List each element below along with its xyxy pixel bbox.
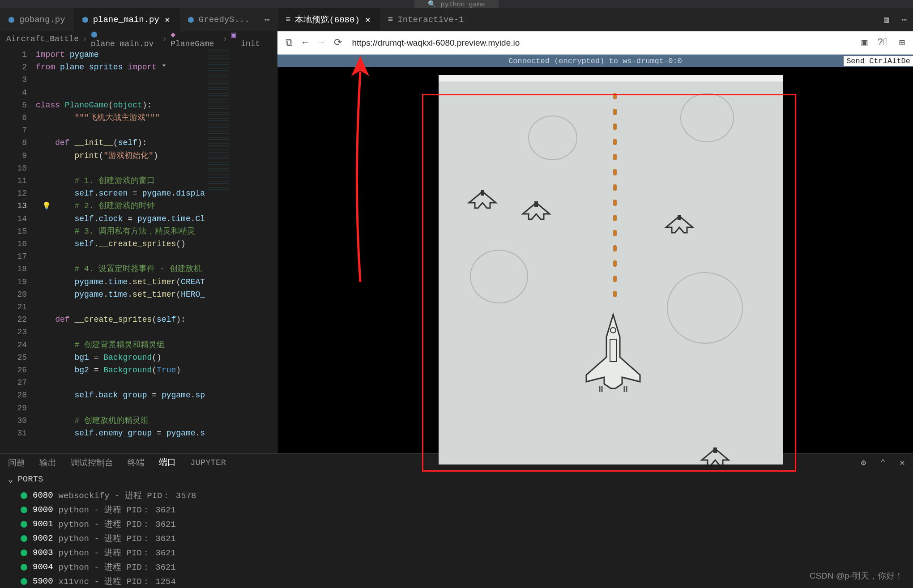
tab-GreedyS-[interactable]: ⬢GreedyS... [179,8,258,31]
preview-tabs: ≡本地预览(6080)✕≡Interactive-1▦⋯ [277,8,913,31]
ports-title: PORTS [17,474,43,484]
url-input[interactable]: https://drumqt-waqkxl-6080.preview.myide… [352,38,852,48]
port-row[interactable]: 6080websockify - 进程 PID： 3578 [8,488,905,503]
python-icon: ⬢ [188,15,194,25]
editor-tabs: ⬢gobang.py⬢plane_main.py✕⬢GreedyS...⋯ [0,8,277,31]
minimap[interactable] [205,47,232,453]
editor-pane: ⬢gobang.py⬢plane_main.py✕⬢GreedyS...⋯ Ai… [0,8,277,453]
devices-icon[interactable]: ▣ [862,37,867,49]
chevron-down-icon: ⌄ [8,474,13,485]
code-editor[interactable]: 1234567891011121314151617181920212223242… [0,47,277,453]
title-bar: 🔍 python_game [0,0,913,8]
grid-icon[interactable]: ⊞ [899,37,905,49]
send-keys-button[interactable]: Send CtrlAltDe [844,56,913,66]
panel-tab-终端[interactable]: 终端 [128,454,145,471]
panel-tab-调试控制台[interactable]: 调试控制台 [71,454,113,471]
preview-pane: ≡本地预览(6080)✕≡Interactive-1▦⋯ ⧉ ← → ⟳ htt… [277,8,913,453]
gear-icon[interactable]: ⚙ [861,457,866,468]
port-row[interactable]: 9002python - 进程 PID： 3621 [8,531,905,545]
crumb-plane_main.py[interactable]: ⬢ plane_main.py [91,30,159,48]
port-row[interactable]: 9004python - 进程 PID： 3621 [8,560,905,574]
game-preview[interactable] [277,67,913,453]
python-icon: ⬢ [8,15,15,25]
annotation-arrow [309,49,398,300]
lightbulb-icon[interactable]: 💡 [42,201,51,210]
crumb-PlaneGame[interactable]: ◆ PlaneGame [171,30,219,48]
back-icon[interactable]: ← [303,37,308,48]
line-gutter: 1234567891011121314151617181920212223242… [0,47,36,453]
close-icon[interactable]: ✕ [364,14,371,25]
breadcrumb[interactable]: Aircraft_Battle›⬢ plane_main.py›◆ PlaneG… [0,31,277,47]
browser-toolbar: ⧉ ← → ⟳ https://drumqt-waqkxl-6080.previ… [277,31,913,55]
forward-icon[interactable]: → [318,37,324,48]
status-dot [21,564,27,571]
chevron-up-icon[interactable]: ⌃ [880,457,885,468]
layout-icon[interactable]: ▦ [878,8,895,31]
status-dot [21,550,27,556]
search-center[interactable]: 🔍 python_game [414,0,498,9]
port-row[interactable]: 9003python - 进程 PID： 3621 [8,545,905,560]
crumb-__init_[interactable]: ▣ __init_ [231,30,271,48]
status-dot [21,535,27,542]
panel-tab-JUPYTER[interactable]: JUPYTER [190,455,226,470]
highlight-frame [422,94,796,472]
status-dot [21,492,27,499]
tab-gobang-py[interactable]: ⬢gobang.py [0,8,74,31]
port-row[interactable]: 9000python - 进程 PID： 3621 [8,503,905,517]
list-icon: ≡ [286,15,290,25]
status-dot [21,578,27,585]
help-icon[interactable]: ?⃝ [877,37,889,48]
open-external-icon[interactable]: ⧉ [286,37,293,49]
watermark: CSDN @p-明天，你好！ [810,570,903,582]
ports-body: ⌄ PORTS 6080websockify - 进程 PID： 3578900… [0,471,913,588]
close-icon[interactable]: ✕ [900,457,905,468]
reload-icon[interactable]: ⟳ [334,37,342,49]
ports-section-header[interactable]: ⌄ PORTS [8,474,905,485]
port-row[interactable]: 5900x11vnc - 进程 PID： 1254 [8,574,905,588]
panel-tab-输出[interactable]: 输出 [39,454,56,471]
more-icon[interactable]: ⋯ [896,8,913,31]
bottom-panel: 问题输出调试控制台终端端口JUPYTER⚙⌃✕ ⌄ PORTS 6080webs… [0,453,913,588]
more-icon[interactable]: ⋯ [258,8,276,31]
list-icon: ≡ [388,15,393,25]
port-row[interactable]: 9001python - 进程 PID： 3621 [8,517,905,531]
panel-tab-问题[interactable]: 问题 [8,454,25,471]
panel-tab-端口[interactable]: 端口 [159,454,176,471]
tab-Interactive-1[interactable]: ≡Interactive-1 [380,8,473,31]
crumb-Aircraft_Battle[interactable]: Aircraft_Battle [6,34,79,43]
code-content[interactable]: import pygamefrom plane_sprites import *… [36,47,205,453]
status-dot [21,507,27,513]
close-icon[interactable]: ✕ [164,14,171,25]
tab-plane_main-py[interactable]: ⬢plane_main.py✕ [74,8,179,31]
python-icon: ⬢ [82,15,89,25]
status-dot [21,521,27,528]
tab--6080-[interactable]: ≡本地预览(6080)✕ [277,8,380,31]
connection-status: Connected (encrypted) to ws-drumqt-0:0 S… [277,55,913,67]
